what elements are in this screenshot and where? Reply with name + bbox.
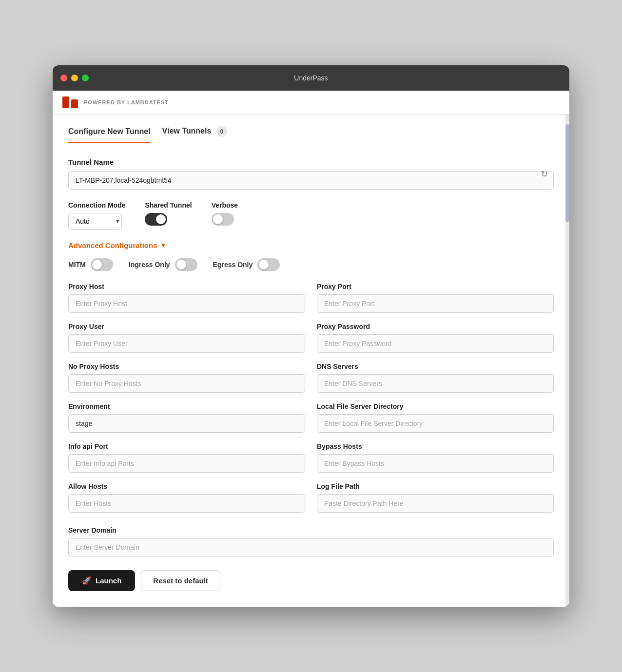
verbose-label: Verbose <box>212 201 238 209</box>
field-proxy-port: Proxy Port <box>317 283 554 313</box>
label-11: Log File Path <box>317 482 554 490</box>
launch-button[interactable]: 🚀 Launch <box>68 570 135 591</box>
field-proxy-user: Proxy User <box>68 323 305 353</box>
mitm-toggle[interactable] <box>91 258 113 271</box>
input-no-proxy-hosts[interactable] <box>68 374 305 393</box>
bottom-buttons: 🚀 Launch Reset to default <box>68 570 554 591</box>
connection-mode-select[interactable]: Auto Manual <box>68 213 122 230</box>
label-9: Bypass Hosts <box>317 442 554 450</box>
content-area: Configure New Tunnel View Tunnels 0 Tunn… <box>53 115 569 607</box>
form-grid: Proxy HostProxy PortProxy UserProxy Pass… <box>68 283 554 513</box>
ingress-only-item: Ingress Only <box>129 258 197 271</box>
close-button[interactable] <box>60 75 67 81</box>
input-local-file-server-directory[interactable] <box>317 414 554 433</box>
tab-configure[interactable]: Configure New Tunnel <box>68 127 151 143</box>
traffic-lights <box>60 75 89 81</box>
scrollbar-track <box>565 115 569 607</box>
egress-only-label: Egress Only <box>213 261 253 269</box>
server-domain-field: Server Domain <box>68 526 554 557</box>
input-dns-servers[interactable] <box>317 374 554 393</box>
ingress-only-label: Ingress Only <box>129 261 170 269</box>
shared-tunnel-label: Shared Tunnel <box>145 201 192 209</box>
refresh-icon[interactable]: ↻ <box>541 169 548 179</box>
label-5: DNS Servers <box>317 363 554 370</box>
shared-tunnel-slider <box>145 213 167 226</box>
header-bar: POWERED BY LAMBDATEST <box>53 91 569 115</box>
logo-block-2 <box>71 99 78 108</box>
egress-only-item: Egress Only <box>213 258 280 271</box>
tunnel-name-section: Tunnel Name ↻ <box>68 158 554 190</box>
label-3: Proxy Password <box>317 323 554 330</box>
input-allow-hosts[interactable] <box>68 494 305 513</box>
tab-view-tunnels[interactable]: View Tunnels 0 <box>162 126 227 144</box>
tunnel-count-badge: 0 <box>216 126 227 137</box>
field-allow-hosts: Allow Hosts <box>68 482 305 513</box>
advanced-toggles: MITM Ingress Only Eg <box>68 258 554 271</box>
tunnel-name-input[interactable] <box>68 171 554 190</box>
input-bypass-hosts[interactable] <box>317 454 554 473</box>
logo-block-1 <box>62 96 69 108</box>
maximize-button[interactable] <box>82 75 89 81</box>
label-10: Allow Hosts <box>68 482 305 490</box>
label-4: No Proxy Hosts <box>68 363 305 370</box>
egress-only-slider <box>257 258 280 271</box>
app-window: UnderPass POWERED BY LAMBDATEST Configur… <box>53 65 569 607</box>
logo <box>62 96 78 108</box>
verbose-toggle[interactable] <box>212 213 234 226</box>
reset-label: Reset to default <box>153 576 208 585</box>
connection-mode-select-wrapper: Auto Manual ▼ <box>68 213 125 230</box>
shared-tunnel-toggle[interactable] <box>145 213 167 226</box>
powered-by-label: POWERED BY LAMBDATEST <box>84 99 169 105</box>
verbose-group: Verbose <box>212 201 238 226</box>
window-inner: Configure New Tunnel View Tunnels 0 Tunn… <box>53 115 569 607</box>
tab-bar: Configure New Tunnel View Tunnels 0 <box>68 126 554 144</box>
shared-tunnel-group: Shared Tunnel <box>145 201 192 226</box>
window-title: UnderPass <box>294 74 328 82</box>
launch-label: Launch <box>96 576 121 585</box>
advanced-config-label: Advanced Configurations <box>68 241 157 250</box>
field-dns-servers: DNS Servers <box>317 363 554 393</box>
egress-only-toggle[interactable] <box>257 258 280 271</box>
field-proxy-host: Proxy Host <box>68 283 305 313</box>
mitm-label: MITM <box>68 261 86 269</box>
mitm-slider <box>91 258 113 271</box>
field-bypass-hosts: Bypass Hosts <box>317 442 554 473</box>
verbose-slider <box>212 213 234 226</box>
field-local-file-server-directory: Local File Server Directory <box>317 403 554 433</box>
server-domain-input[interactable] <box>68 538 554 557</box>
connection-mode-group: Connection Mode Auto Manual ▼ <box>68 201 125 230</box>
server-domain-label: Server Domain <box>68 526 554 534</box>
field-info-api-port: Info api Port <box>68 442 305 473</box>
ingress-only-toggle[interactable] <box>175 258 197 271</box>
input-proxy-port[interactable] <box>317 294 554 313</box>
tunnel-name-label: Tunnel Name <box>68 158 554 166</box>
input-proxy-user[interactable] <box>68 334 305 353</box>
input-proxy-host[interactable] <box>68 294 305 313</box>
label-7: Local File Server Directory <box>317 403 554 410</box>
controls-row: Connection Mode Auto Manual ▼ Shared Tun… <box>68 201 554 230</box>
field-proxy-password: Proxy Password <box>317 323 554 353</box>
label-1: Proxy Port <box>317 283 554 290</box>
ingress-only-slider <box>175 258 197 271</box>
chevron-down-icon: ▼ <box>160 242 167 249</box>
label-8: Info api Port <box>68 442 305 450</box>
label-0: Proxy Host <box>68 283 305 290</box>
titlebar: UnderPass <box>53 65 569 91</box>
label-6: Environment <box>68 403 305 410</box>
field-log-file-path: Log File Path <box>317 482 554 513</box>
field-environment: Environment <box>68 403 305 433</box>
input-log-file-path[interactable] <box>317 494 554 513</box>
main-content: Configure New Tunnel View Tunnels 0 Tunn… <box>53 115 569 607</box>
scrollbar-thumb[interactable] <box>565 124 569 222</box>
rocket-icon: 🚀 <box>82 576 92 585</box>
input-proxy-password[interactable] <box>317 334 554 353</box>
field-no-proxy-hosts: No Proxy Hosts <box>68 363 305 393</box>
advanced-config-toggle[interactable]: Advanced Configurations ▼ <box>68 241 166 250</box>
input-environment[interactable] <box>68 414 305 433</box>
reset-button[interactable]: Reset to default <box>141 570 220 591</box>
input-info-api-port[interactable] <box>68 454 305 473</box>
label-2: Proxy User <box>68 323 305 330</box>
mitm-item: MITM <box>68 258 113 271</box>
connection-mode-label: Connection Mode <box>68 201 125 209</box>
minimize-button[interactable] <box>71 75 78 81</box>
